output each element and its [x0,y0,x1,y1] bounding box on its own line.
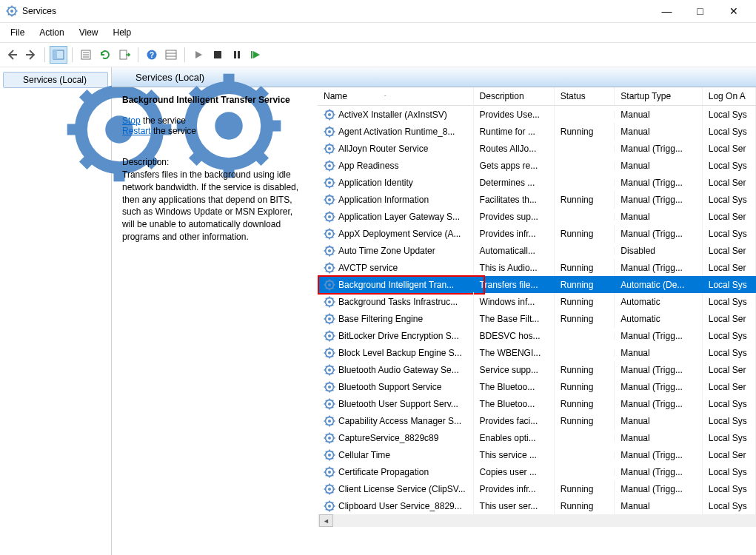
service-description: Provides faci... [474,412,555,430]
service-row[interactable]: AppX Deployment Service (A...Provides in… [318,225,756,242]
forward-button[interactable] [22,46,40,64]
col-header-startup[interactable]: Startup Type [615,87,702,105]
scroll-left-button[interactable]: ◄ [319,514,333,527]
service-row[interactable]: Client License Service (ClipSV...Provide… [318,480,756,497]
service-row[interactable]: Agent Activation Runtime_8...Runtime for… [318,123,756,140]
service-description: Provides infr... [474,480,555,498]
restart-link[interactable]: Restart [122,126,151,136]
service-row[interactable]: Application IdentityDetermines ...Manual… [318,174,756,191]
col-header-name[interactable]: Nameˆ [318,87,474,105]
service-row[interactable]: Background Tasks Infrastruc...Windows in… [318,293,756,310]
service-row[interactable]: Bluetooth User Support Serv...The Blueto… [318,395,756,412]
svg-rect-19 [166,50,176,59]
pause-service-button[interactable] [228,46,246,64]
service-name: Application Identity [338,178,413,188]
service-row[interactable]: Application Layer Gateway S...Provides s… [318,208,756,225]
service-row[interactable]: AVCTP serviceThis is Audio...RunningManu… [318,259,756,276]
service-row[interactable]: Auto Time Zone UpdaterAutomaticall...Dis… [318,242,756,259]
service-row[interactable]: ActiveX Installer (AxInstSV)Provides Use… [318,106,756,123]
service-row[interactable]: App ReadinessGets apps re...ManualLocal … [318,157,756,174]
horizontal-scrollbar[interactable]: ◄ [318,514,756,527]
service-row[interactable]: Cellular TimeThis service ...Manual (Tri… [318,446,756,463]
col-header-description[interactable]: Description [474,87,555,105]
service-row[interactable]: Block Level Backup Engine S...The WBENGI… [318,344,756,361]
tree-item-services-local[interactable]: Services (Local) [3,72,108,88]
toolbar: ? [0,42,756,67]
service-row[interactable]: Bluetooth Support ServiceThe Bluetoo...R… [318,378,756,395]
service-row[interactable]: Capability Access Manager S...Provides f… [318,412,756,429]
service-name: Base Filtering Engine [338,314,423,324]
service-logon: Local Ser [703,446,756,464]
gear-icon [324,347,335,359]
service-status [555,247,615,255]
service-row[interactable]: Application InformationFacilitates th...… [318,191,756,208]
gear-icon [324,483,335,495]
service-description: Facilitates th... [474,191,555,209]
minimize-button[interactable]: ― [650,1,683,21]
app-icon [6,5,18,17]
service-name: Bluetooth Audio Gateway Se... [338,365,459,375]
restart-service-button[interactable] [247,46,265,64]
service-description: The Bluetoo... [474,378,555,396]
service-startup: Disabled [615,242,702,260]
service-status: Running [555,259,615,277]
menu-file[interactable]: File [3,26,32,39]
gear-icon [324,398,335,410]
refresh-button[interactable] [96,46,114,64]
service-status [555,162,615,169]
show-hide-tree-button[interactable] [50,46,67,64]
stop-link[interactable]: Stop [122,115,141,126]
pane-title: Services (Local) [136,72,204,83]
service-row[interactable]: CaptureService_8829c89Enables opti...Man… [318,429,756,446]
selected-service-name: Background Intelligent Transfer Service [122,95,307,105]
back-button[interactable] [3,46,21,64]
service-status: Running [555,412,615,430]
description-label: Description: [122,157,307,167]
service-row[interactable]: Background Intelligent Tran...Transfers … [318,276,756,293]
service-status: Running [555,395,615,413]
service-status [555,213,615,221]
service-startup: Manual [615,497,702,515]
service-row[interactable]: Certificate PropagationCopies user ...Ma… [318,463,756,480]
service-logon: Local Sys [703,463,756,481]
stop-service-button[interactable] [209,46,227,64]
service-name: Bluetooth Support Service [338,382,441,392]
export-button[interactable] [116,46,133,64]
service-description: Enables opti... [474,429,555,447]
service-name: CaptureService_8829c89 [338,433,438,443]
service-name: Background Intelligent Tran... [338,280,454,290]
service-startup: Manual (Trigg... [615,225,702,243]
service-logon: Local Ser [703,310,756,328]
col-header-status[interactable]: Status [555,87,615,105]
menu-view[interactable]: View [72,26,106,39]
service-name: BitLocker Drive Encryption S... [338,331,459,341]
service-row[interactable]: Base Filtering EngineThe Base Filt...Run… [318,310,756,327]
service-description: Provides sup... [474,208,555,226]
service-status [555,434,615,442]
start-service-button[interactable] [190,46,207,64]
close-button[interactable]: ✕ [717,1,750,21]
sort-arrow-icon: ˆ [384,94,387,101]
service-startup: Manual (Trigg... [615,259,702,277]
service-list-pane[interactable]: Nameˆ Description Status Startup Type Lo… [318,87,756,555]
gear-icon [324,109,335,121]
service-status [555,468,615,476]
svg-text:?: ? [150,51,154,59]
svg-rect-25 [251,51,252,58]
service-logon: Local Ser [703,140,756,158]
service-startup: Manual (Trigg... [615,327,702,345]
maximize-button[interactable]: □ [683,1,717,21]
help-button[interactable]: ? [143,46,161,64]
gear-icon [324,432,335,444]
service-row[interactable]: AllJoyn Router ServiceRoutes AllJo...Man… [318,140,756,157]
service-startup: Manual (Trigg... [615,395,702,413]
menu-action[interactable]: Action [32,26,71,39]
service-description: Routes AllJo... [474,140,555,158]
service-row[interactable]: BitLocker Drive Encryption S...BDESVC ho… [318,327,756,344]
service-row[interactable]: Clipboard User Service_8829...This user … [318,497,756,514]
list-view-button[interactable] [162,46,180,64]
service-row[interactable]: Bluetooth Audio Gateway Se...Service sup… [318,361,756,378]
col-header-logon[interactable]: Log On A [703,87,756,105]
properties-button[interactable] [77,46,95,64]
menu-help[interactable]: Help [106,26,139,39]
